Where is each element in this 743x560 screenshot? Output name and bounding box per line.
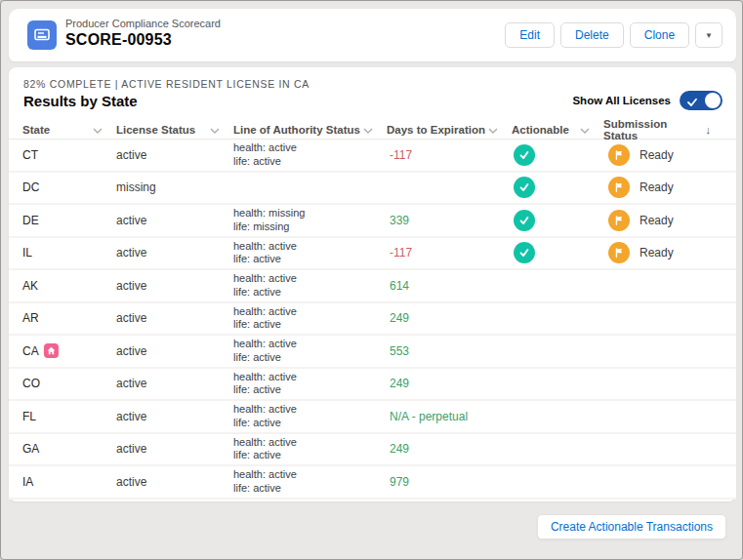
column-header-line-of-authority-status[interactable]: Line of Authority Status xyxy=(233,124,387,136)
actionable-check-icon xyxy=(514,144,535,166)
loa-line: life: missing xyxy=(233,220,387,234)
days-to-expiration-cell: 614 xyxy=(387,279,512,293)
loa-line: health: active xyxy=(233,436,387,450)
line-of-authority-cell: health: activelife: active xyxy=(233,338,387,364)
flag-icon xyxy=(608,177,630,198)
table-header-row: State License Status Line of Authority S… xyxy=(9,118,736,140)
table-row: DEactivehealth: missinglife: missing339R… xyxy=(9,205,736,238)
scorecard-icon xyxy=(27,20,57,50)
flag-icon xyxy=(608,144,630,166)
loa-line: life: active xyxy=(233,383,387,397)
table-row: ARactivehealth: activelife: active249 xyxy=(9,303,736,337)
actionable-cell xyxy=(512,242,603,263)
sort-descending-icon: ↓ xyxy=(706,124,712,136)
chevron-down-icon[interactable] xyxy=(580,124,590,136)
submission-status-cell: Ready xyxy=(603,242,724,263)
loa-line: life: active xyxy=(233,417,387,430)
actionable-cell xyxy=(512,144,603,166)
submission-status-cell: Ready xyxy=(603,210,724,231)
column-label: Actionable xyxy=(512,124,569,136)
state-code: CA xyxy=(22,344,39,358)
loa-line: life: active xyxy=(233,253,387,266)
submission-status-cell: Ready xyxy=(603,177,724,198)
state-code: AK xyxy=(22,279,38,293)
table-row: CAactivehealth: activelife: active553 xyxy=(9,336,736,369)
column-label: Line of Authority Status xyxy=(233,124,360,136)
table-row: COactivehealth: activelife: active249 xyxy=(9,369,736,402)
state-code: CO xyxy=(22,377,40,390)
license-status-cell: active xyxy=(116,311,233,325)
license-status-cell: active xyxy=(116,410,233,423)
line-of-authority-cell: health: activelife: active xyxy=(233,436,387,462)
chevron-down-icon[interactable] xyxy=(488,124,498,136)
days-to-expiration-cell: N/A - perpetual xyxy=(387,410,512,423)
loa-line: health: active xyxy=(233,305,387,319)
clone-button[interactable]: Clone xyxy=(630,22,689,48)
loa-line: health: active xyxy=(233,468,387,482)
chevron-down-icon[interactable] xyxy=(363,124,373,136)
submission-status-cell: Ready xyxy=(603,144,724,166)
toggle-knob xyxy=(705,93,721,108)
table-row: DCmissingReady xyxy=(9,173,736,206)
license-status-cell: active xyxy=(116,344,233,358)
days-to-expiration-cell: 339 xyxy=(387,214,512,227)
column-header-license-status[interactable]: License Status xyxy=(116,124,233,136)
actionable-check-icon xyxy=(514,210,535,231)
loa-line: health: active xyxy=(233,240,387,254)
line-of-authority-cell: health: activelife: active xyxy=(233,403,387,429)
producer-compliance-scorecard-page: Producer Compliance Scorecard SCORE-0095… xyxy=(0,0,743,560)
days-to-expiration-cell: 553 xyxy=(387,344,512,358)
object-label: Producer Compliance Scorecard xyxy=(65,18,221,29)
table-body: CTactivehealth: activelife: active-117Re… xyxy=(9,140,736,500)
completion-status-line: 82% COMPLETE | ACTIVE RESIDENT LICENSE I… xyxy=(23,78,310,90)
state-cell: GA xyxy=(22,442,116,456)
state-code: DE xyxy=(22,214,39,227)
column-header-submission-status[interactable]: Submission Status ↓ xyxy=(603,118,724,141)
state-cell: DE xyxy=(22,214,116,227)
license-status-cell: active xyxy=(116,214,233,227)
state-cell: AR xyxy=(22,311,116,325)
state-cell: FL xyxy=(22,410,116,423)
state-code: GA xyxy=(22,442,39,456)
table-row: IAactivehealth: activelife: active979 xyxy=(9,466,736,500)
table-row: AKactivehealth: activelife: active614 xyxy=(9,270,736,303)
results-by-state-table: State License Status Line of Authority S… xyxy=(9,118,736,500)
table-row: ILactivehealth: activelife: active-117Re… xyxy=(9,238,736,271)
days-to-expiration-cell: 249 xyxy=(387,311,512,325)
table-row: GAactivehealth: activelife: active249 xyxy=(9,434,736,467)
column-header-state[interactable]: State xyxy=(22,124,116,136)
check-icon xyxy=(686,95,698,112)
chevron-down-icon[interactable] xyxy=(93,124,103,136)
line-of-authority-cell: health: activelife: active xyxy=(233,272,387,299)
show-all-licenses-toggle[interactable] xyxy=(680,91,722,110)
state-cell: IA xyxy=(22,475,116,489)
results-card: 82% COMPLETE | ACTIVE RESIDENT LICENSE I… xyxy=(9,67,736,501)
state-cell: AK xyxy=(22,279,116,293)
loa-line: life: active xyxy=(233,482,387,496)
loa-line: health: active xyxy=(233,272,387,286)
submission-status-label: Ready xyxy=(640,180,674,194)
chevron-down-icon: ▼ xyxy=(705,31,713,40)
submission-status-label: Ready xyxy=(640,148,674,162)
license-status-cell: active xyxy=(116,377,233,390)
license-status-cell: active xyxy=(116,148,233,162)
column-header-days-to-expiration[interactable]: Days to Expiration xyxy=(387,124,512,136)
actionable-cell xyxy=(512,177,603,198)
loa-line: life: active xyxy=(233,318,387,332)
delete-button[interactable]: Delete xyxy=(560,22,624,48)
edit-button[interactable]: Edit xyxy=(505,22,555,48)
record-header: Producer Compliance Scorecard SCORE-0095… xyxy=(9,9,736,61)
chevron-down-icon[interactable] xyxy=(210,124,220,136)
loa-line: health: active xyxy=(233,371,387,384)
loa-line: life: active xyxy=(233,155,387,169)
line-of-authority-cell: health: activelife: active xyxy=(233,371,387,397)
column-header-actionable[interactable]: Actionable xyxy=(512,124,603,136)
state-cell: IL xyxy=(22,246,116,260)
line-of-authority-cell: health: activelife: active xyxy=(233,141,387,168)
more-actions-button[interactable]: ▼ xyxy=(695,22,722,48)
create-actionable-transactions-button[interactable]: Create Actionable Transactions xyxy=(537,514,726,540)
column-label: State xyxy=(22,124,50,136)
loa-line: health: active xyxy=(233,141,387,155)
table-row: CTactivehealth: activelife: active-117Re… xyxy=(9,140,736,173)
loa-line: life: active xyxy=(233,286,387,300)
